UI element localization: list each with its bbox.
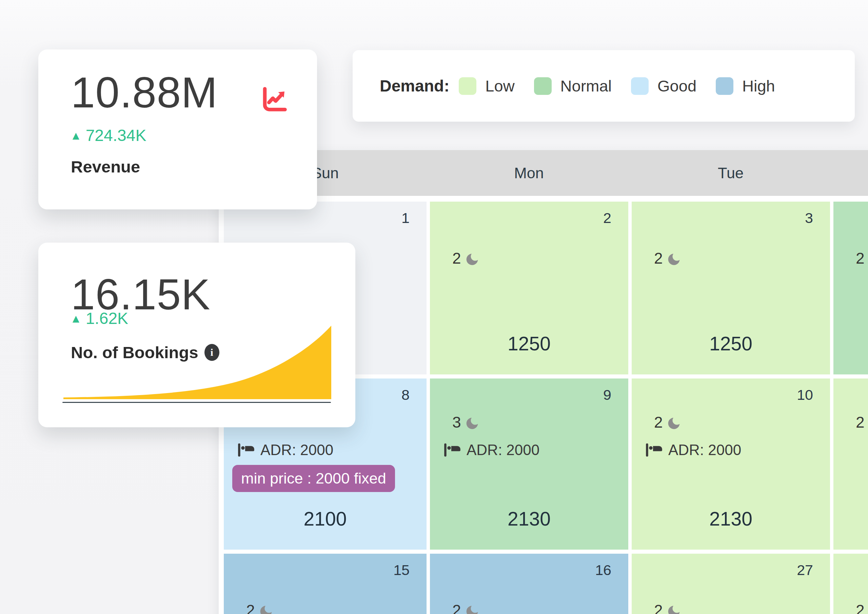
moon-icon bbox=[464, 252, 480, 267]
calendar-day-cell[interactable]: 27 2 bbox=[632, 554, 830, 614]
moon-icon bbox=[464, 416, 480, 431]
moon-count: 3 bbox=[452, 413, 461, 431]
legend-label: Normal bbox=[561, 77, 612, 95]
day-number: 3 bbox=[805, 210, 813, 226]
bed-icon bbox=[238, 442, 255, 457]
calendar-day-cell[interactable]: 2 bbox=[834, 554, 868, 614]
legend-label: High bbox=[742, 77, 775, 95]
moon-count: 2 bbox=[654, 601, 663, 614]
moon-count: 2 bbox=[452, 249, 461, 267]
day-number: 1 bbox=[401, 210, 410, 226]
price-label: 2130 bbox=[430, 508, 628, 530]
legend-item-low: Low bbox=[459, 77, 514, 95]
nights-indicator: 2 bbox=[246, 601, 273, 614]
good-demand-swatch bbox=[631, 77, 649, 95]
moon-count: 2 bbox=[246, 601, 255, 614]
moon-count: 2 bbox=[654, 413, 663, 431]
moon-icon bbox=[666, 604, 682, 614]
chart-line-icon bbox=[259, 84, 290, 116]
price-label: 2130 bbox=[632, 508, 830, 530]
revenue-label: Revenue bbox=[71, 157, 140, 176]
up-triangle-icon: ▲ bbox=[70, 313, 82, 324]
demand-legend: Demand: Low Normal Good High bbox=[352, 50, 855, 122]
day-number: 10 bbox=[797, 387, 813, 403]
legend-item-good: Good bbox=[631, 77, 696, 95]
day-number: 16 bbox=[595, 562, 611, 578]
nights-indicator: 2 bbox=[452, 601, 480, 614]
calendar-day-cell[interactable]: 16 2 bbox=[430, 554, 628, 614]
adr-label: ADR: 2000 bbox=[260, 442, 333, 459]
day-number: 15 bbox=[393, 562, 410, 578]
adr-label: ADR: 2000 bbox=[668, 442, 741, 459]
calendar-day-cell[interactable]: 3 2 1250 bbox=[632, 202, 830, 374]
moon-count: 2 bbox=[654, 249, 663, 267]
nights-indicator: 3 bbox=[452, 413, 480, 431]
bed-icon bbox=[444, 442, 461, 457]
price-label: 1250 bbox=[632, 332, 830, 355]
adr-row: ADR: 2000 bbox=[645, 442, 741, 459]
calendar-day-cell[interactable]: 9 3 ADR: 2000 2130 bbox=[430, 378, 628, 550]
price-label: 1250 bbox=[430, 332, 628, 355]
min-price-badge: min price : 2000 fixed bbox=[232, 465, 395, 492]
day-header-mon: Mon bbox=[514, 150, 544, 196]
high-demand-swatch bbox=[716, 77, 733, 95]
moon-count: 2 bbox=[856, 249, 865, 267]
nights-indicator: 2 bbox=[654, 249, 682, 267]
moon-icon bbox=[464, 604, 480, 614]
moon-count: 2 bbox=[856, 601, 865, 614]
moon-count: 2 bbox=[452, 601, 461, 614]
bookings-sparkline bbox=[64, 324, 331, 399]
price-label: 2100 bbox=[224, 508, 427, 530]
revenue-value: 10.88M bbox=[71, 69, 218, 116]
adr-label: ADR: 2000 bbox=[467, 442, 539, 459]
normal-demand-swatch bbox=[534, 77, 552, 95]
moon-count: 2 bbox=[856, 413, 865, 431]
nights-indicator: 2 bbox=[856, 413, 868, 431]
adr-row: ADR: 2000 bbox=[238, 442, 333, 459]
bed-icon bbox=[645, 442, 663, 457]
nights-indicator: 2 bbox=[856, 601, 868, 614]
calendar-day-cell[interactable]: 10 2 ADR: 2000 2130 bbox=[632, 378, 830, 550]
day-number: 9 bbox=[603, 387, 611, 403]
legend-item-normal: Normal bbox=[534, 77, 612, 95]
legend-label: Low bbox=[485, 77, 514, 95]
legend-label: Good bbox=[657, 77, 696, 95]
moon-icon bbox=[258, 604, 273, 614]
dashboard-page: { "kpi_cards": { "revenue": { "value": "… bbox=[0, 0, 868, 614]
day-header-tue: Tue bbox=[718, 150, 744, 196]
nights-indicator: 2 bbox=[654, 601, 682, 614]
demand-legend-title: Demand: bbox=[380, 77, 449, 95]
revenue-delta: ▲ 724.34K bbox=[70, 126, 146, 145]
day-number: 27 bbox=[797, 562, 813, 578]
day-number: 2 bbox=[603, 210, 611, 226]
revenue-kpi-card: 10.88M ▲ 724.34K Revenue bbox=[38, 50, 317, 209]
nights-indicator: 2 bbox=[452, 249, 480, 267]
revenue-delta-value: 724.34K bbox=[86, 126, 146, 145]
bookings-kpi-card: 16.15K ▲ 1.62K No. of Bookings i bbox=[38, 243, 356, 427]
adr-row: ADR: 2000 bbox=[444, 442, 539, 459]
calendar-day-cell[interactable]: 2 bbox=[834, 202, 868, 374]
calendar-day-cell[interactable]: 2 2 1250 bbox=[430, 202, 628, 374]
calendar-day-cell[interactable]: 15 2 bbox=[224, 554, 427, 614]
nights-indicator: 2 bbox=[856, 249, 868, 267]
sparkline-axis bbox=[62, 402, 331, 403]
nights-indicator: 2 bbox=[654, 413, 682, 431]
legend-item-high: High bbox=[716, 77, 775, 95]
day-number: 8 bbox=[401, 387, 410, 403]
moon-icon bbox=[666, 252, 682, 267]
moon-icon bbox=[666, 416, 682, 431]
calendar-day-cell[interactable]: 2 bbox=[834, 378, 868, 550]
low-demand-swatch bbox=[459, 77, 477, 95]
revenue-label-text: Revenue bbox=[71, 157, 140, 176]
up-triangle-icon: ▲ bbox=[70, 130, 82, 141]
